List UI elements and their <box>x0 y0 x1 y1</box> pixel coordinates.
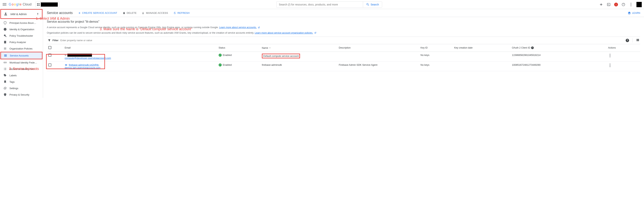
th-status[interactable]: Status <box>217 44 260 52</box>
sidebar-item-workload-identity[interactable]: Workload Identity Fede… <box>0 59 43 66</box>
account-avatar[interactable] <box>636 2 642 7</box>
th-description[interactable]: Description <box>337 44 419 52</box>
th-oauth[interactable]: OAuth 2 Client ID? <box>510 44 606 52</box>
row-checkbox[interactable] <box>48 54 51 57</box>
search-box: Search <box>276 1 382 8</box>
svg-point-7 <box>5 88 6 89</box>
service-account-email-link[interactable]: demos.iam.gserviceaccount.com <box>65 66 100 69</box>
cell-email: S compute@developer.gserviceaccount.com <box>63 52 217 62</box>
svg-rect-9 <box>65 64 67 65</box>
create-service-account-button[interactable]: CREATE SERVICE ACCOUNT <box>78 12 117 14</box>
sidebar-item-label: Principal Access Boun… <box>10 22 36 24</box>
action-label: DELETE <box>127 12 136 14</box>
gcp-logo[interactable]: Google Cloud <box>9 2 32 6</box>
status-cell: ✓Enabled <box>219 54 259 57</box>
name-highlight-box: Default compute service account <box>262 54 300 58</box>
sidebar-item-label: Privacy & Security <box>10 93 29 96</box>
sidebar-item-service-accounts[interactable]: Service Accounts <box>1 52 42 59</box>
search-input[interactable] <box>276 3 363 6</box>
sidebar-item-label: Policy Analyzer <box>10 41 26 44</box>
cell-email: firebase-adminsdk-jvt2t@lit- demos.iam.g… <box>63 62 217 71</box>
svg-rect-10 <box>65 65 67 66</box>
svg-point-3 <box>4 28 6 31</box>
th-name[interactable]: Name↑ <box>260 44 338 52</box>
gemini-icon[interactable] <box>599 2 603 6</box>
sidebar-item-principal-access[interactable]: Principal Access Boun… <box>0 20 43 26</box>
learn-button[interactable]: LEARN <box>628 11 640 15</box>
divider <box>632 38 633 42</box>
sidebar-item-label: Service Accounts <box>10 54 29 57</box>
notification-badge[interactable]: 1 <box>614 3 618 6</box>
content-description-2: Organization policies can be used to sec… <box>47 31 640 35</box>
more-icon[interactable] <box>629 2 633 6</box>
content-description-1: A service account represents a Google Cl… <box>47 26 640 29</box>
svg-rect-0 <box>607 3 610 6</box>
sidebar-item-workforce-identity[interactable]: Workforce Identity Fed… <box>0 66 43 72</box>
service-account-email-link[interactable]: firebase-adminsdk-jvt2t@lit- <box>69 64 99 66</box>
search-button[interactable]: Search <box>363 2 382 8</box>
sidebar-item-label: Labels <box>10 74 16 77</box>
svg-point-8 <box>143 12 144 13</box>
help-icon[interactable]: ? <box>621 2 626 6</box>
sidebar: IAM & Admin Principal Access Boun… Ident… <box>0 9 43 98</box>
redacted-email <box>68 54 92 57</box>
sidebar-item-policy-analyzer[interactable]: Policy Analyzer <box>0 39 43 45</box>
table-row: S compute@developer.gserviceaccount.com … <box>47 52 640 62</box>
svg-text:?: ? <box>623 4 624 6</box>
cell-keyid: No keys <box>419 62 452 71</box>
tag-icon <box>4 74 7 77</box>
sidebar-item-label: Settings <box>10 87 18 90</box>
sidebar-item-policy-troubleshooter[interactable]: Policy Troubleshooter <box>0 32 43 39</box>
row-checkbox[interactable] <box>48 64 51 66</box>
table-row: firebase-adminsdk-jvt2t@lit- demos.iam.g… <box>47 62 640 71</box>
action-label: REFRESH <box>178 12 190 14</box>
pin-icon[interactable] <box>36 12 39 16</box>
filter-input[interactable] <box>60 39 626 42</box>
project-selector[interactable] <box>35 2 60 7</box>
sidebar-section-iam-admin[interactable]: IAM & Admin <box>0 9 42 19</box>
filter-help-icon[interactable]: ? <box>626 39 629 42</box>
menu-icon[interactable] <box>2 2 7 7</box>
cell-name: Default compute service account <box>263 54 299 58</box>
action-label: LEARN <box>632 12 640 14</box>
cloud-shell-icon[interactable] <box>606 2 611 6</box>
shield-lock-icon <box>4 93 7 96</box>
trash-icon <box>122 12 126 14</box>
sidebar-item-labels[interactable]: Labels <box>0 72 43 78</box>
svg-rect-5 <box>4 55 7 55</box>
sidebar-item-privacy-security[interactable]: Privacy & Security <box>0 92 43 98</box>
sidebar-item-label: Identity & Organization <box>10 28 34 31</box>
learn-more-service-accounts-link[interactable]: Learn more about service accounts. <box>219 26 257 29</box>
th-email[interactable]: Email <box>63 44 217 52</box>
oauth-help-icon[interactable]: ? <box>531 46 534 49</box>
sidebar-item-label: Tags <box>10 80 14 83</box>
filter-bar: Filter ? <box>47 37 640 44</box>
sidebar-highlight-service-accounts: Service Accounts <box>0 52 42 59</box>
shield-outline-icon <box>4 21 7 24</box>
sidebar-section-label: IAM & Admin <box>10 12 27 16</box>
manage-access-button[interactable]: MANAGE ACCESS <box>142 12 168 14</box>
sidebar-item-tags[interactable]: Tags <box>0 78 43 85</box>
person-plus-icon <box>142 12 145 14</box>
refresh-button[interactable]: REFRESH <box>173 12 190 14</box>
person-shield-icon <box>4 12 8 16</box>
column-display-icon[interactable] <box>636 38 640 42</box>
sidebar-item-identity-org[interactable]: Identity & Organization <box>0 26 43 32</box>
row-actions-menu[interactable] <box>608 64 612 67</box>
learn-more-org-policies-link[interactable]: Learn more about service account organiz… <box>255 32 313 34</box>
sidebar-item-org-policies[interactable]: Organization Policies <box>0 45 43 52</box>
cell-description <box>337 52 419 62</box>
page-action-bar: Service accounts CREATE SERVICE ACCOUNT … <box>43 9 644 17</box>
row-actions-menu[interactable] <box>608 54 612 58</box>
th-keyid[interactable]: Key ID <box>419 44 452 52</box>
delete-button[interactable]: DELETE <box>122 12 136 14</box>
th-keydate[interactable]: Key creation date <box>453 44 510 52</box>
select-all-checkbox[interactable] <box>48 46 51 49</box>
service-account-email-link[interactable]: compute@developer.gserviceaccount.com <box>65 57 111 60</box>
sidebar-item-settings[interactable]: Settings <box>0 85 43 92</box>
action-label: CREATE SERVICE ACCOUNT <box>82 12 117 14</box>
list-alt-icon <box>4 67 7 71</box>
service-accounts-table: Email Status Name↑ Description Key ID Ke… <box>47 44 640 72</box>
plus-icon <box>78 12 81 14</box>
th-actions: Actions <box>606 44 640 52</box>
